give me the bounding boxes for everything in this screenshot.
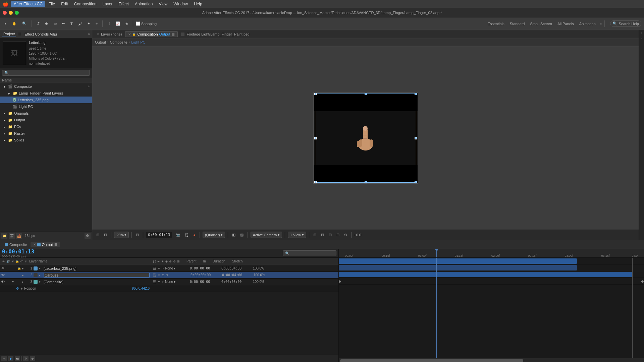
header-label-icon[interactable]: 🏷 — [20, 260, 23, 263]
track-3-bar[interactable] — [339, 272, 632, 277]
header-3d-icon[interactable]: ⊕ — [169, 260, 172, 263]
timeline-tab-output[interactable]: ✕ Output ☰ — [31, 242, 60, 247]
layer-1-pen-icon[interactable]: ✒ — [158, 266, 160, 270]
layer-row-2[interactable]: 👁 ▸ 2 ▸ ⛓ ✒ ⊙ — [0, 272, 338, 279]
layer-3-pen-icon[interactable]: ✒ — [158, 280, 160, 284]
project-item-solids[interactable]: ▸ 📁 Solids — [0, 137, 92, 143]
tl-play-btn[interactable]: ▶ — [8, 356, 13, 361]
header-adj-icon[interactable]: ⊙ — [173, 260, 176, 263]
mask-tool-button[interactable]: ▭ — [51, 20, 59, 27]
quality-dropdown[interactable]: (Quarter) ▾ — [203, 232, 225, 238]
layer-3-expand-icon[interactable]: ▸ — [22, 280, 25, 284]
tab-project[interactable]: Project — [2, 31, 16, 37]
project-item-letterbox[interactable]: 🖼 Letterbox_235.png — [0, 97, 92, 103]
graph-tool-button[interactable]: 📈 — [113, 20, 122, 27]
color-icon-btn[interactable]: ● — [192, 232, 197, 238]
zoom-tool-button[interactable]: 🔍 — [20, 20, 29, 27]
header-comp-icon[interactable]: ◈ — [165, 260, 168, 263]
layer-2-type-expand[interactable]: ▸ — [39, 274, 42, 277]
menu-item-layer[interactable]: Layer — [100, 1, 115, 7]
breadcrumb-output[interactable]: Output — [95, 40, 106, 44]
clone-tool-button[interactable]: ✦ — [85, 20, 92, 27]
menu-item-help[interactable]: Help — [191, 1, 205, 7]
layer-row-3[interactable]: 👁 ▾ ▸ 3 ▾ [Composite] ⛓ ✒ ○ — [0, 279, 338, 285]
layer-2-pen-icon[interactable]: ✒ — [158, 273, 160, 277]
tab-effect-controls[interactable]: Effect Controls Adju — [23, 32, 58, 37]
workspace-smallscreen[interactable]: Small Screen — [529, 21, 553, 26]
output-tab-close-icon[interactable]: ✕ — [33, 243, 36, 246]
layer-2-color-icon[interactable] — [34, 273, 38, 277]
rp-icon-2[interactable]: ≡ — [641, 37, 642, 40]
camera-dropdown[interactable]: Active Camera ▾ — [251, 232, 282, 238]
layer-3-color-icon[interactable] — [34, 280, 38, 284]
rp-icon-1[interactable]: ≡ — [641, 32, 642, 35]
header-pen-icon[interactable]: ✒ — [157, 260, 160, 263]
selection-tool-button[interactable]: ▸ — [3, 20, 9, 27]
menu-item-aftereffects[interactable]: After Effects CC — [11, 1, 45, 7]
property-keyframe-end-diamond[interactable] — [641, 280, 644, 283]
menu-item-composition[interactable]: Composition — [71, 1, 99, 7]
layer-2-parent-dropdown[interactable]: ▾ — [166, 273, 189, 277]
track-1-bar[interactable] — [339, 258, 577, 264]
property-stopwatch-icon[interactable]: ⏱ — [16, 287, 19, 290]
maximize-button[interactable] — [15, 11, 19, 15]
new-comp-button[interactable]: 🎬 — [9, 233, 15, 239]
import-button[interactable]: 📥 — [16, 233, 22, 239]
layer-3-parent-dropdown[interactable]: None ▾ — [165, 280, 189, 284]
tl-play-next-btn[interactable]: ⏭ — [15, 356, 20, 361]
channels-btn[interactable]: ▨ — [239, 232, 245, 238]
3d-tool-button[interactable]: ◈ — [123, 20, 130, 27]
layer-2-vis-icon[interactable]: 👁 — [1, 273, 5, 277]
timeline-tab-composite[interactable]: Composite — [2, 242, 30, 247]
property-keyframe-diamond[interactable] — [339, 280, 341, 283]
project-search-input[interactable] — [2, 70, 90, 76]
delete-button[interactable]: 🗑 — [85, 233, 91, 239]
header-vis-icon[interactable]: 👁 — [2, 260, 5, 263]
viewer-tab-footage[interactable]: Footage Light/Lamp_Finger_Paint.psd — [178, 32, 252, 37]
workspace-animation[interactable]: Animation — [578, 21, 597, 26]
tl-loop-btn[interactable]: ↻ — [23, 356, 29, 361]
timeline-scrollbar[interactable] — [339, 358, 644, 362]
header-solo-icon[interactable]: ☀ — [11, 260, 14, 263]
hand-tool-button[interactable]: ✋ — [10, 20, 19, 27]
minimize-button[interactable] — [9, 11, 13, 15]
layer-1-expand-icon[interactable]: ▸ — [22, 267, 25, 270]
output-tab-menu-icon[interactable]: ☰ — [54, 243, 57, 246]
layer-2-name-input[interactable] — [44, 273, 150, 278]
layer-tab-close-icon[interactable]: ✕ — [97, 32, 100, 36]
align-tool-button[interactable]: ⁞⁞ — [105, 20, 112, 27]
scrollbar-thumb[interactable] — [340, 359, 523, 362]
render-queue-btn[interactable]: ⊞ — [312, 232, 318, 238]
panel-chevron-icon[interactable]: » — [88, 32, 90, 36]
workspace-allpanels[interactable]: All Panels — [556, 21, 575, 26]
layer-1-parent-dropdown[interactable]: None ▾ — [165, 266, 189, 270]
project-item-originals[interactable]: ▸ 📁 Originals — [0, 110, 92, 117]
layer-1-type-expand[interactable]: ▸ — [39, 267, 42, 270]
layer-row-1[interactable]: 👁 🔒 ▸ 1 ▸ [Letterbox_235.png] ⛓ ✒ ○ — [0, 265, 338, 272]
layer-3-vis-icon[interactable]: 👁 — [1, 280, 5, 284]
menu-item-file[interactable]: File — [46, 1, 58, 7]
layer-3-expand-v[interactable]: ▾ — [12, 280, 16, 284]
layout-btn[interactable]: ⊟ — [327, 232, 333, 238]
menu-item-edit[interactable]: Edit — [58, 1, 71, 7]
workspace-essentials[interactable]: Essentials — [486, 21, 506, 26]
layer-1-link-icon[interactable]: ⛓ — [153, 266, 156, 270]
workspace-overflow[interactable]: » — [600, 21, 602, 26]
layer-1-vis-icon[interactable]: 👁 — [1, 266, 5, 270]
brush-tool-button[interactable]: 🖌 — [76, 21, 84, 27]
zoom-dropdown[interactable]: 25% ▾ — [114, 232, 129, 238]
workspace-standard[interactable]: Standard — [508, 21, 526, 26]
rotation-tool-button[interactable]: ↺ — [35, 20, 42, 27]
menu-item-animation[interactable]: Animation — [132, 1, 155, 7]
export-btn[interactable]: ⊡ — [320, 232, 325, 238]
new-folder-button[interactable]: 📁 — [1, 233, 7, 239]
playhead[interactable] — [436, 249, 437, 257]
menu-item-view[interactable]: View — [156, 1, 170, 7]
breadcrumb-lightpc[interactable]: Light PC — [131, 40, 145, 44]
snapshot-btn[interactable]: ⊙ — [343, 232, 348, 238]
camera-icon-btn[interactable]: 📷 — [174, 232, 181, 238]
comp-tab-menu-icon[interactable]: ☰ — [172, 33, 175, 36]
layer-1-lock-icon[interactable]: 🔒 — [17, 267, 21, 270]
project-item-raster[interactable]: ▸ 📁 Raster — [0, 130, 92, 137]
snapping-checkbox[interactable] — [136, 21, 140, 26]
